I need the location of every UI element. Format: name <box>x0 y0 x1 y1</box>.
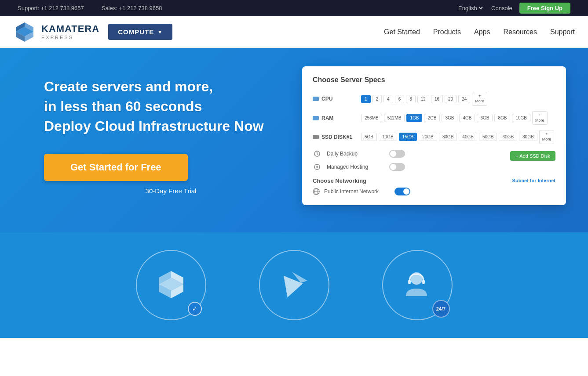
hero-left: Create servers and more, in less than 60… <box>18 77 298 194</box>
public-internet-label: Public Internet Network <box>324 188 390 195</box>
ram-label: RAM <box>313 115 357 121</box>
ssd-40gb[interactable]: 40GB <box>459 133 477 141</box>
cpu-option-4[interactable]: 4 <box>383 95 393 103</box>
support-phone: Support: +1 212 738 9657 <box>18 5 84 11</box>
managed-hosting-toggle[interactable] <box>389 163 405 171</box>
ssd-30gb[interactable]: 30GB <box>439 133 457 141</box>
ssd-label: SSD DISK#1 <box>313 134 357 140</box>
kamatera-icon-large <box>153 268 189 303</box>
brand-name: KAMATERA <box>41 24 99 34</box>
cpu-option-16[interactable]: 16 <box>431 95 443 103</box>
ssd-row: SSD DISK#1 5GB 10GB 15GB 20GB 30GB 40GB … <box>313 130 555 144</box>
cpu-option-20[interactable]: 20 <box>445 95 457 103</box>
ssd-5gb[interactable]: 5GB <box>361 133 377 141</box>
feature-support: 24/7 <box>382 250 453 320</box>
specs-title: Choose Server Specs <box>313 76 555 84</box>
ram-512mb[interactable]: 512MB <box>384 114 405 122</box>
logo-area: KAMATERA EXPRESS <box>13 21 99 43</box>
backup-icon <box>314 151 320 157</box>
speed-circle <box>259 250 329 320</box>
managed-icon <box>314 164 320 170</box>
nav-apps[interactable]: Apps <box>474 28 490 36</box>
nav-resources[interactable]: Resources <box>503 28 537 36</box>
cpu-option-8[interactable]: 8 <box>406 95 416 103</box>
networking-title: Choose Networking <box>313 177 366 184</box>
24-7-badge: 24/7 <box>432 300 450 318</box>
brand-sub: EXPRESS <box>41 35 99 40</box>
ssd-options: 5GB 10GB 15GB 20GB 30GB 40GB 50GB 60GB 8… <box>361 130 555 144</box>
console-link[interactable]: Console <box>491 5 512 11</box>
ram-4gb[interactable]: 4GB <box>459 114 475 122</box>
reliability-circle: ✓ <box>136 250 206 320</box>
ram-more-button[interactable]: +More <box>532 111 548 125</box>
cpu-more-button[interactable]: +More <box>472 92 487 105</box>
svg-point-7 <box>316 166 318 168</box>
ssd-20gb[interactable]: 20GB <box>419 133 437 141</box>
subnet-link[interactable]: Subnet for Internet <box>512 178 555 183</box>
server-specs-card: Choose Server Specs CPU 1 2 4 6 8 12 16 … <box>302 66 566 205</box>
icons-section: ✓ 24/7 <box>0 232 588 338</box>
hero-line1: Create servers and more, <box>44 79 213 94</box>
check-badge: ✓ <box>188 302 202 316</box>
ram-6gb[interactable]: 6GB <box>477 114 493 122</box>
svg-rect-20 <box>422 280 425 284</box>
cpu-option-2[interactable]: 2 <box>373 95 382 103</box>
cpu-options: 1 2 4 6 8 12 16 20 24 +More <box>361 92 555 105</box>
ram-3gb[interactable]: 3GB <box>442 114 457 122</box>
get-started-button[interactable]: Get Started for Free <box>44 154 188 181</box>
cpu-option-1[interactable]: 1 <box>361 95 371 103</box>
daily-backup-label: Daily Backup <box>327 151 384 157</box>
ram-icon <box>313 116 319 120</box>
svg-marker-16 <box>283 273 304 297</box>
cpu-label: CPU <box>313 96 357 102</box>
navbar: KAMATERA EXPRESS COMPUTE ▼ Get Started P… <box>0 16 588 48</box>
svg-rect-19 <box>408 280 411 284</box>
public-internet-toggle[interactable] <box>394 188 410 195</box>
network-icon <box>313 188 320 195</box>
support-circle: 24/7 <box>382 250 453 320</box>
nav-support[interactable]: Support <box>550 28 575 36</box>
networking-section: Choose Networking Subnet for Internet <box>313 177 555 184</box>
ssd-more-button[interactable]: +More <box>539 130 555 144</box>
ram-2gb[interactable]: 2GB <box>424 114 440 122</box>
ssd-10gb[interactable]: 10GB <box>379 133 397 141</box>
ram-row: RAM 256MB 512MB 1GB 2GB 3GB 4GB 6GB 8GB … <box>313 111 555 125</box>
top-bar-right: English Console Free Sign Up <box>457 3 570 14</box>
ram-10gb[interactable]: 10GB <box>512 114 530 122</box>
cpu-row: CPU 1 2 4 6 8 12 16 20 24 +More <box>313 92 555 105</box>
ssd-80gb[interactable]: 80GB <box>519 133 537 141</box>
ram-8gb[interactable]: 8GB <box>494 114 510 122</box>
kamatera-logo-icon <box>13 21 36 43</box>
compute-label: COMPUTE <box>118 28 154 36</box>
daily-backup-toggle[interactable] <box>389 150 405 158</box>
ram-1gb[interactable]: 1GB <box>406 114 422 122</box>
ssd-50gb[interactable]: 50GB <box>479 133 497 141</box>
nav-get-started[interactable]: Get Started <box>384 28 420 36</box>
hero-section: Create servers and more, in less than 60… <box>0 48 588 232</box>
top-bar: Support: +1 212 738 9657 Sales: +1 212 7… <box>0 0 588 16</box>
main-navigation: Get Started Products Apps Resources Supp… <box>384 28 575 36</box>
feature-speed <box>259 250 329 320</box>
trial-text: 30-Day Free Trial <box>44 187 298 195</box>
cpu-option-12[interactable]: 12 <box>417 95 429 103</box>
ram-256mb[interactable]: 256MB <box>361 114 382 122</box>
free-signup-button[interactable]: Free Sign Up <box>519 3 570 14</box>
cpu-option-24[interactable]: 24 <box>458 95 470 103</box>
add-ssd-button[interactable]: + Add SSD Disk <box>510 151 555 161</box>
nav-products[interactable]: Products <box>433 28 461 36</box>
language-selector[interactable]: English <box>457 4 484 12</box>
ssd-60gb[interactable]: 60GB <box>499 133 517 141</box>
compute-dropdown-button[interactable]: COMPUTE ▼ <box>108 24 172 40</box>
support-icon-large <box>400 268 435 303</box>
disk-icon <box>313 135 319 139</box>
managed-hosting-row: Managed Hosting <box>313 163 555 171</box>
ssd-15gb[interactable]: 15GB <box>399 133 417 141</box>
ram-options: 256MB 512MB 1GB 2GB 3GB 4GB 6GB 8GB 10GB… <box>361 111 555 125</box>
managed-hosting-label: Managed Hosting <box>327 164 384 170</box>
cpu-option-6[interactable]: 6 <box>395 95 405 103</box>
play-icon-large <box>279 270 310 300</box>
feature-reliability: ✓ <box>136 250 206 320</box>
daily-backup-row: Daily Backup <box>313 149 510 158</box>
contact-info: Support: +1 212 738 9657 Sales: +1 212 7… <box>18 5 162 11</box>
hero-line3: Deploy Cloud Infrastructure Now <box>44 118 264 134</box>
